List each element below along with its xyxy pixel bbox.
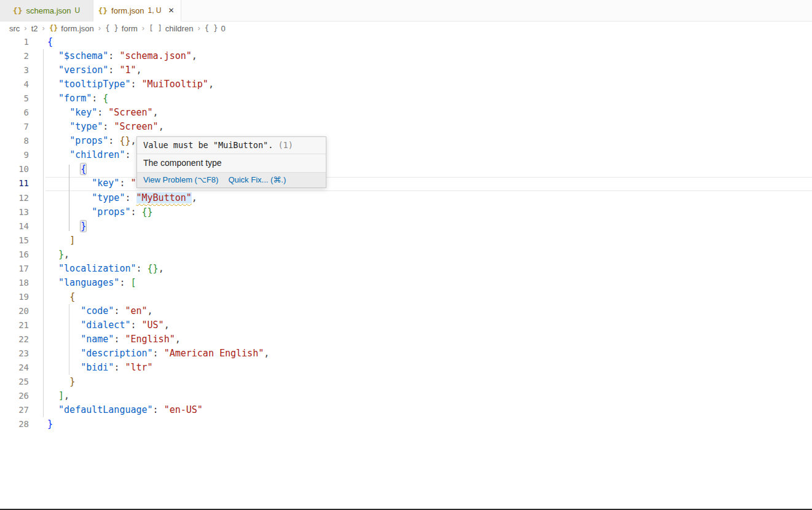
- code-line-15[interactable]: 15 ]: [0, 233, 812, 248]
- code-token: "schema.json": [119, 50, 191, 61]
- code-line-18[interactable]: 18 "languages": [: [0, 276, 812, 290]
- code-token: "type": [92, 192, 125, 203]
- breadcrumb-item-src[interactable]: src: [9, 24, 20, 33]
- code-token: ,: [136, 65, 142, 76]
- code-line-4[interactable]: 4 "tooltipType": "MuiTooltip",: [0, 77, 812, 92]
- line-number: 21: [0, 318, 29, 332]
- code-line-28[interactable]: 28}: [0, 417, 812, 431]
- breadcrumb-label: t2: [31, 24, 38, 33]
- code-line-27[interactable]: 27 "defaultLanguage": "en-US": [0, 403, 812, 417]
- code-line-25[interactable]: 25 }: [0, 375, 812, 389]
- code-line-5[interactable]: 5 "form": {: [0, 92, 812, 106]
- code-token: [47, 192, 92, 203]
- code-line-8[interactable]: 8 "props": {},: [0, 134, 812, 148]
- code-token: "type": [69, 121, 103, 132]
- code-token: :: [153, 348, 164, 359]
- code-line-11[interactable]: 11 "key": ": [0, 176, 812, 190]
- code-line-24[interactable]: 24 "bidi": "ltr": [0, 361, 812, 375]
- code-line-1[interactable]: 1{: [0, 35, 812, 49]
- json-file-icon: {}: [98, 6, 108, 15]
- code-line-2[interactable]: 2 "$schema": "schema.json",: [0, 49, 812, 63]
- code-line-6[interactable]: 6 "key": "Screen",: [0, 106, 812, 120]
- line-number: 20: [0, 304, 29, 318]
- code-line-16[interactable]: 16 },: [0, 248, 812, 262]
- code-token: ]: [58, 390, 64, 401]
- code-line-22[interactable]: 22 "name": "English",: [0, 332, 812, 347]
- line-number: 3: [0, 63, 29, 77]
- code-token: [47, 65, 58, 76]
- code-token: "props": [69, 135, 108, 146]
- breadcrumb-item-0[interactable]: { }0: [205, 24, 226, 33]
- code-line-12[interactable]: 12 "type": "MyButton",: [0, 191, 812, 205]
- code-token: ,: [64, 249, 69, 260]
- code-token: [47, 362, 81, 373]
- code-token: "description": [81, 348, 152, 359]
- code-token: "American English": [164, 348, 264, 359]
- code-token: "1": [119, 65, 136, 76]
- code-token: [47, 50, 58, 61]
- line-number: 16: [0, 248, 29, 262]
- code-editor[interactable]: 1{2 "$schema": "schema.json",3 "version"…: [0, 35, 812, 510]
- code-line-17[interactable]: 17 "localization": {},: [0, 262, 812, 276]
- code-line-20[interactable]: 20 "code": "en",: [0, 304, 812, 318]
- code-text: }: [29, 219, 86, 233]
- close-tab-icon[interactable]: ✕: [167, 6, 176, 15]
- code-token: [47, 348, 81, 359]
- code-line-10[interactable]: 10 {: [0, 162, 812, 176]
- code-token: [47, 79, 58, 90]
- symbol-object-icon: { }: [205, 24, 218, 33]
- line-number: 24: [0, 361, 29, 375]
- tab-schema-json[interactable]: {} schema.json U: [0, 0, 93, 22]
- line-number: 15: [0, 233, 29, 248]
- code-line-23[interactable]: 23 "description": "American English",: [0, 347, 812, 361]
- code-text: ],: [29, 389, 69, 403]
- view-problem-link[interactable]: View Problem (⌥F8): [143, 175, 218, 184]
- json-file-icon: {}: [49, 24, 58, 33]
- code-token: "en": [125, 305, 147, 316]
- code-token: [47, 320, 81, 331]
- code-token: ,: [264, 348, 269, 359]
- code-line-21[interactable]: 21 "dialect": "US",: [0, 318, 812, 332]
- breadcrumb-item-children[interactable]: [ ]children: [149, 24, 193, 33]
- code-line-7[interactable]: 7 "type": "Screen",: [0, 120, 812, 134]
- code-text: "children": [: [29, 148, 142, 162]
- code-token: :: [114, 305, 125, 316]
- code-text: }: [29, 375, 75, 389]
- code-token: "localization": [58, 263, 136, 274]
- quick-fix-link[interactable]: Quick Fix... (⌘.): [228, 175, 286, 184]
- code-text: ]: [29, 233, 75, 248]
- breadcrumb-item-t2[interactable]: t2: [31, 24, 38, 33]
- code-text: "code": "en",: [29, 304, 153, 318]
- code-line-14[interactable]: 14 }: [0, 219, 812, 233]
- code-token: :: [130, 79, 141, 90]
- problem-hover-tooltip: Value must be "MuiButton". (1) The compo…: [136, 136, 326, 188]
- code-token: ,: [130, 135, 136, 146]
- code-text: "props": {}: [29, 205, 153, 219]
- code-line-26[interactable]: 26 ],: [0, 389, 812, 403]
- code-token: :: [130, 206, 141, 218]
- code-token: :: [130, 320, 141, 331]
- breadcrumb-item-form[interactable]: { }form: [105, 24, 138, 33]
- code-token: "MuiTooltip": [142, 79, 208, 90]
- tab-form-json[interactable]: {} form.json 1, U ✕: [93, 0, 181, 22]
- symbol-array-icon: [ ]: [149, 24, 162, 33]
- code-text: "tooltipType": "MuiTooltip",: [29, 77, 214, 92]
- code-token: :: [92, 93, 103, 104]
- code-token: {}: [142, 206, 153, 218]
- code-token: ,: [159, 263, 164, 274]
- line-number: 23: [0, 347, 29, 361]
- line-number: 11: [0, 176, 29, 190]
- line-number: 14: [0, 219, 29, 233]
- code-token: ,: [192, 50, 197, 61]
- breadcrumb-separator-icon: ›: [20, 23, 31, 33]
- code-token: [47, 305, 81, 316]
- code-line-3[interactable]: 3 "version": "1",: [0, 63, 812, 77]
- code-line-9[interactable]: 9 "children": [: [0, 148, 812, 162]
- code-text: }: [29, 417, 53, 431]
- code-line-19[interactable]: 19 {: [0, 290, 812, 304]
- breadcrumb-item-form-json[interactable]: {}form.json: [49, 24, 94, 33]
- code-token: "tooltipType": [58, 79, 130, 90]
- code-text: "$schema": "schema.json",: [29, 49, 197, 63]
- code-token: :: [108, 65, 119, 76]
- code-line-13[interactable]: 13 "props": {}: [0, 205, 812, 219]
